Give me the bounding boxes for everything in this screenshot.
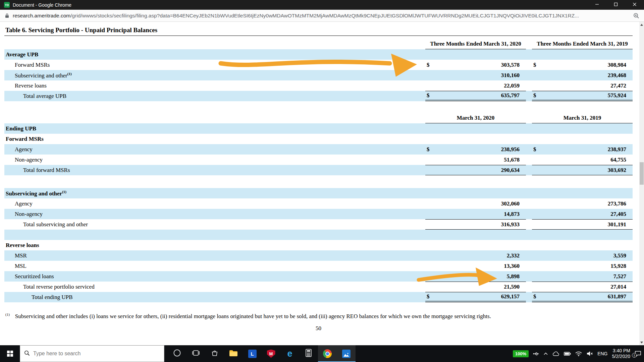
value-2020: 316,933 (425, 219, 526, 230)
row-total-reverse-portfolio: Total reverse portfolio serviced 21,590 … (4, 282, 633, 292)
footnote: (1)Subservicing and other includes (i) l… (4, 312, 633, 320)
start-button[interactable] (0, 345, 20, 362)
row-average-upb: Average UPB (4, 49, 633, 60)
value-2020: 14,873 (425, 209, 526, 219)
clock-time: 3:40 PM (612, 348, 631, 354)
cortana-button[interactable] (168, 345, 186, 362)
row-subservicing-header: Subservicing and other(1) (4, 188, 633, 198)
value-2019: 27,014 (532, 282, 633, 292)
document-area: Table 6. Servicing Portfolio - Unpaid Pr… (0, 22, 639, 345)
file-explorer-button[interactable] (224, 345, 243, 362)
document-title: Table 6. Servicing Portfolio - Unpaid Pr… (4, 24, 633, 36)
l-app-button[interactable]: L (243, 345, 262, 362)
value-2020: $629,157 (425, 292, 526, 302)
value-2020: 51,678 (425, 155, 526, 165)
action-center-button[interactable]: 1 (635, 351, 641, 357)
value-2019: $631,897 (532, 292, 633, 302)
search-input[interactable] (33, 351, 160, 357)
wifi-icon[interactable] (575, 351, 582, 356)
calculator-button[interactable] (299, 345, 318, 362)
edge-button[interactable]: e (280, 345, 299, 362)
battery-percent-badge[interactable]: 100% (513, 350, 529, 357)
url-text[interactable]: research.ameritrade.com/grid/wwws/stocks… (13, 13, 633, 19)
value-2019: 303,692 (532, 165, 633, 175)
notification-badge: 1 (632, 353, 637, 358)
windows-logo-icon (7, 351, 13, 357)
scroll-down-arrow[interactable] (639, 340, 644, 345)
col-header-2019: March 31, 2019 (532, 115, 633, 123)
system-tray: 100% ENG 3:40 PM 5/2/2020 1 (513, 345, 644, 362)
value-2020: $635,797 (425, 91, 526, 101)
scrollbar-thumb[interactable] (640, 162, 644, 185)
title-bar: TD Document - Google Chrome (0, 0, 644, 10)
footnote-text: Subservicing and other includes (i) loan… (15, 313, 491, 319)
row-non-agency-fwd: Non-agency 51,678 64,755 (4, 155, 633, 165)
column-headers-1: Three Months Ended March 31, 2020 Three … (4, 41, 633, 49)
value-2019: 27,472 (532, 80, 633, 91)
lock-icon[interactable] (5, 13, 9, 18)
address-bar[interactable]: research.ameritrade.com/grid/wwws/stocks… (0, 10, 644, 22)
row-agency-fwd: Agency $238,956 $238,937 (4, 144, 633, 155)
footnote-ref: (1) (67, 72, 72, 76)
show-hidden-icons-chevron[interactable] (543, 352, 548, 355)
maximize-button[interactable] (606, 0, 625, 10)
task-view-button[interactable] (186, 345, 205, 362)
value-2019: 7,527 (532, 271, 633, 282)
photos-button[interactable] (337, 345, 356, 362)
chrome-button[interactable] (318, 345, 337, 362)
taskbar-clock[interactable]: 3:40 PM 5/2/2020 (612, 348, 631, 360)
folder-icon (229, 350, 238, 358)
taskbar-search[interactable] (20, 345, 164, 362)
scrollbar[interactable] (639, 22, 644, 345)
row-securitized-loans: Securitized loans 5,898 7,527 (4, 271, 633, 282)
footnote-ref: (1) (62, 190, 66, 194)
store-icon (211, 349, 218, 358)
row-spacer-blue (4, 230, 633, 240)
url-path: /grid/wwws/stocks/secfilings/filing.asp?… (70, 13, 579, 18)
value-2019: 239,468 (532, 70, 633, 80)
search-icon (24, 350, 30, 357)
value-2020: $238,956 (425, 144, 526, 155)
row-total-ending-upb: Total ending UPB $629,157 $631,897 (4, 292, 633, 302)
cortana-icon (173, 349, 181, 358)
window-title: Document - Google Chrome (13, 2, 588, 8)
value-2020: 13,360 (425, 261, 526, 271)
scroll-up-arrow[interactable] (639, 22, 644, 27)
row-reverse-loans: Reverse loans 22,059 27,472 (4, 80, 633, 91)
footnote-marker: (1) (5, 312, 10, 316)
battery-icon[interactable] (564, 352, 571, 356)
column-headers-2: March 31, 2020 March 31, 2019 (4, 115, 633, 123)
close-button[interactable] (625, 0, 644, 10)
row-total-average-upb: Total average UPB $635,797 $575,924 (4, 91, 633, 101)
taskbar-apps: L M e (168, 345, 356, 362)
row-non-agency-sub: Non-agency 14,873 27,405 (4, 209, 633, 219)
volume-muted-icon[interactable] (586, 351, 593, 356)
usb-icon[interactable] (533, 352, 539, 356)
language-indicator[interactable]: ENG (597, 351, 607, 356)
value-2020: 2,332 (425, 250, 526, 261)
value-2019: 3,559 (532, 250, 633, 261)
mcafee-shield-icon: M (267, 350, 275, 358)
col-header-2020: March 31, 2020 (425, 115, 526, 123)
url-domain: research.ameritrade.com (13, 13, 70, 18)
minimize-button[interactable] (588, 0, 606, 10)
value-2019: 301,191 (532, 219, 633, 230)
row-ending-upb: Ending UPB (4, 123, 633, 134)
store-button[interactable] (205, 345, 224, 362)
upb-table-section-1: Three Months Ended March 31, 2020 Three … (4, 41, 633, 101)
taskbar: L M e 100% (0, 345, 644, 362)
row-msr: MSR 2,332 3,559 (4, 250, 633, 261)
close-icon (633, 2, 637, 7)
value-2020: 22,059 (425, 80, 526, 91)
td-ameritrade-favicon: TD (4, 2, 10, 8)
mcafee-button[interactable]: M (262, 345, 280, 362)
value-2020: $303,578 (425, 60, 526, 70)
onedrive-cloud-icon[interactable] (552, 351, 559, 356)
minimize-icon (595, 2, 599, 7)
row-reverse-loans-header: Reverse loans (4, 240, 633, 250)
zoom-icon[interactable] (633, 13, 639, 19)
page-number: 50 (4, 325, 633, 332)
col-header-2019: Three Months Ended March 31, 2019 (532, 41, 633, 49)
row-forward-msrs-header: Forward MSRs (4, 134, 633, 144)
chrome-icon (323, 349, 332, 358)
